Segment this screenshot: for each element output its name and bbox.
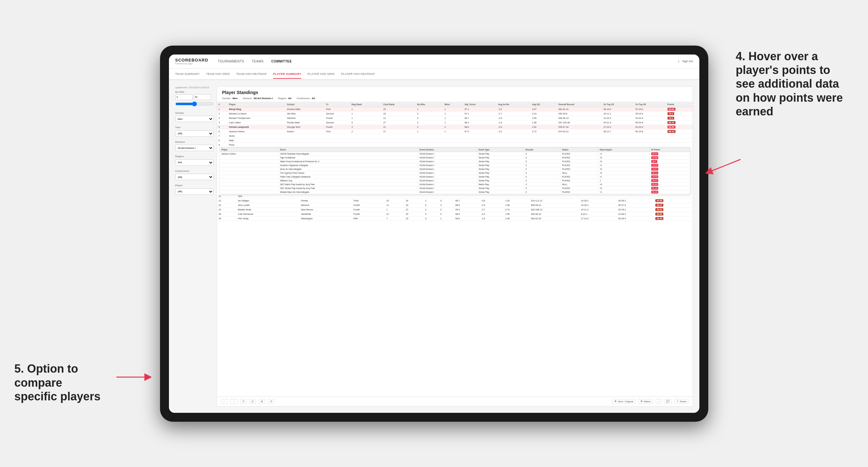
hover-points-badge[interactable]: 35.80: [651, 183, 658, 186]
cell-points[interactable]: [666, 143, 693, 147]
hover-cell-w-points[interactable]: 73.23: [650, 163, 690, 167]
hover-cell-w-points[interactable]: 35.80: [650, 182, 690, 186]
cell-points[interactable]: 40.02: [654, 207, 693, 212]
hover-points-badge[interactable]: 56.18: [651, 187, 658, 190]
division-select[interactable]: NCAA Division I: [175, 145, 214, 151]
points-badge[interactable]: 38.49: [655, 217, 664, 220]
sidebar-region: Region N/A: [175, 155, 214, 166]
hover-points-badge[interactable]: 24.11: [651, 172, 658, 175]
hover-points-badge[interactable]: 30.47: [651, 179, 658, 182]
cell-rds: 2: [416, 120, 443, 125]
cell-points[interactable]: [666, 133, 693, 138]
cell-points[interactable]: 40.27: [654, 203, 693, 207]
refresh-icon: ↺: [242, 400, 245, 403]
cell-points[interactable]: [666, 138, 693, 143]
conference-select[interactable]: (All): [175, 174, 214, 180]
cell-points[interactable]: [654, 194, 693, 198]
nav-tournaments[interactable]: TOURNAMENTS: [218, 58, 244, 64]
subnav-player-summary[interactable]: PLAYER SUMMARY: [273, 70, 302, 79]
hover-col-rounds: Rounds: [524, 147, 560, 152]
no-rds-max-input[interactable]: [194, 94, 211, 100]
cell-points[interactable]: 70.0: [666, 116, 693, 120]
hover-cell-rank-impact: +1: [598, 175, 650, 179]
no-rds-slider[interactable]: [175, 101, 214, 106]
clock-button[interactable]: ⏱: [268, 399, 275, 404]
cell-school: Ole Miss: [285, 111, 324, 116]
points-badge[interactable]: 76.3: [668, 112, 675, 115]
hover-cell-w-points[interactable]: 56.18: [650, 186, 690, 190]
filter-gender-label: Gender:: [222, 97, 231, 100]
minus-button[interactable]: ⊟: [258, 399, 265, 404]
points-badge[interactable]: 68.34: [668, 121, 676, 124]
points-badge[interactable]: 60.64: [668, 108, 676, 111]
col-adj-score: Adj. Score: [463, 102, 496, 107]
hover-cell-w-points[interactable]: 30.47: [650, 179, 690, 182]
hover-points-badge[interactable]: 73.23: [651, 164, 658, 167]
year-select[interactable]: (All): [175, 130, 214, 137]
player-select[interactable]: (All): [175, 188, 214, 195]
cell-record: 509-08-12: [529, 203, 580, 207]
hover-cell-w-points[interactable]: 20.64: [650, 152, 690, 156]
region-label: Region: [175, 155, 214, 158]
sign-out-link[interactable]: Sign out: [682, 60, 693, 63]
cell-rds: [416, 138, 443, 143]
hover-cell-w-points[interactable]: 16.50: [650, 175, 690, 179]
cell-adj-score: 67.1: [463, 111, 496, 116]
watch-button[interactable]: 👁 Watch: [638, 399, 653, 404]
subnav-player-h2h-heatmap[interactable]: PLAYER H2H HEATMAP: [341, 70, 375, 78]
nav-committee[interactable]: COMMITTEE: [271, 58, 292, 64]
nav-teams[interactable]: TEAMS: [252, 58, 264, 64]
forward-button[interactable]: →: [230, 399, 238, 404]
points-badge[interactable]: 40.27: [655, 204, 664, 207]
cell-record: [557, 143, 602, 147]
hover-points-badge[interactable]: 40.7: [651, 160, 657, 163]
back-button[interactable]: ←: [221, 399, 228, 404]
subnav-team-h2h-grid[interactable]: TEAM H2H GRID: [206, 70, 229, 78]
hover-cell-w-points[interactable]: 53.60: [650, 156, 690, 159]
hover-points-badge[interactable]: 16.50: [651, 175, 658, 178]
points-badge[interactable]: 40.58: [655, 199, 664, 202]
hover-cell-w-points[interactable]: 24.11: [650, 171, 690, 175]
gender-select[interactable]: Men: [175, 116, 214, 122]
region-select[interactable]: N/A: [175, 159, 214, 166]
view-original-button[interactable]: 👁 View: Original: [612, 399, 636, 404]
hover-cell-player: [220, 175, 278, 179]
cell-points[interactable]: 68.34: [666, 120, 693, 125]
cell-vs25: [602, 143, 634, 147]
hover-points-badge[interactable]: 66.40: [651, 191, 658, 193]
points-badge[interactable]: 70.0: [668, 117, 675, 120]
cell-points[interactable]: 39.95: [654, 212, 693, 216]
download-button[interactable]: ↓: [656, 399, 661, 404]
back-icon: ←: [223, 400, 226, 403]
cell-points[interactable]: 60.64: [666, 107, 693, 111]
hover-points-badge[interactable]: 37.57: [651, 168, 658, 170]
cell-points[interactable]: 40.58: [654, 198, 693, 203]
cell-rds: 0: [416, 111, 443, 116]
subnav-player-h2h-grid[interactable]: PLAYER H2H GRID: [308, 70, 335, 78]
points-badge[interactable]: 80.69: [668, 126, 676, 128]
share-button[interactable]: ↗ Share: [674, 399, 688, 404]
cell-reg-rank: 7: [385, 216, 404, 221]
hover-cell-w-points[interactable]: 40.7: [650, 159, 690, 163]
cell-points[interactable]: 68.18: [666, 129, 693, 133]
cell-conf-rank: [404, 194, 424, 198]
hover-table-row: Southern Highlands Collegiate NCAA Divis…: [220, 163, 690, 167]
no-rds-min-input[interactable]: [175, 94, 192, 100]
points-badge[interactable]: 39.95: [655, 213, 664, 216]
copy-button[interactable]: ⊡: [249, 399, 256, 404]
cell-points[interactable]: 80.69: [666, 125, 693, 129]
hover-points-badge[interactable]: 53.60: [651, 156, 658, 159]
cell-num: 7: [217, 133, 227, 138]
refresh-button[interactable]: ↺: [240, 399, 247, 404]
hover-points-badge[interactable]: 20.64: [651, 152, 658, 155]
subnav-team-summary[interactable]: TEAM SUMMARY: [175, 70, 200, 78]
subnav-team-h2h-heatmap[interactable]: TEAM H2H HEATMAP: [236, 70, 267, 78]
comment-button[interactable]: 💬: [664, 399, 672, 404]
cell-points[interactable]: 76.3: [666, 111, 693, 116]
points-badge[interactable]: 40.02: [655, 208, 664, 211]
cell-points[interactable]: 38.49: [654, 216, 693, 221]
hover-cell-w-points[interactable]: 66.40: [650, 190, 690, 194]
points-badge[interactable]: 68.18: [668, 130, 676, 133]
hover-cell-w-points[interactable]: 37.57: [650, 167, 690, 171]
cell-to-par: -3.2: [480, 212, 504, 216]
